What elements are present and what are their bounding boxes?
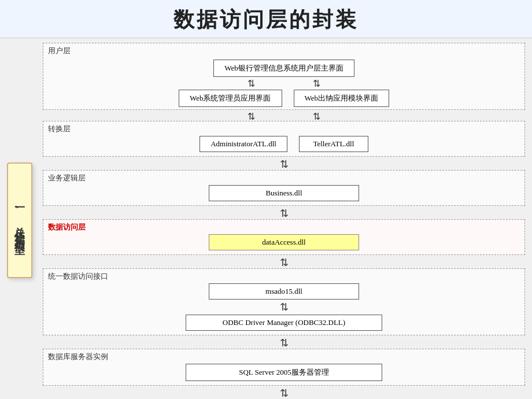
business-layer: 业务逻辑层 Business.dll xyxy=(43,170,525,206)
transform-layer: 转换层 AdministratorATL.dll TellerATL.dll xyxy=(43,121,525,157)
transform-business-arrow: ⇅ xyxy=(43,158,525,170)
sidebar: 一、总体架构模型 xyxy=(0,38,39,399)
transform-left-box: AdministratorATL.dll xyxy=(200,136,287,152)
user-layer-label: 用户层 xyxy=(48,46,520,56)
transform-layer-label: 转换层 xyxy=(48,124,520,134)
user-layer-content: Web银行管理信息系统用户层主界面 ⇅ ⇅ Web系统管理员应用界面 Web出纳… xyxy=(48,58,520,107)
access-unified-arrow: ⇅ xyxy=(43,257,525,268)
unified-dbserver-arrow: ⇅ xyxy=(43,337,525,349)
user-right-box: Web出纳应用模块界面 xyxy=(294,90,390,107)
diagram-area: 用户层 Web银行管理信息系统用户层主界面 ⇅ ⇅ Web系统管理员应用界面 W… xyxy=(39,38,532,399)
user-top-row: Web银行管理信息系统用户层主界面 xyxy=(213,60,354,77)
user-transform-arrows: ⇅ ⇅ xyxy=(43,112,525,121)
user-split-arrows: ⇅ ⇅ xyxy=(247,79,320,88)
business-layer-label: 业务逻辑层 xyxy=(48,173,520,183)
data-access-box-row: dataAccess.dll xyxy=(48,234,520,250)
dbserver-database-arrow: ⇅ xyxy=(43,387,525,399)
user-layer: 用户层 Web银行管理信息系统用户层主界面 ⇅ ⇅ Web系统管理员应用界面 W… xyxy=(43,43,525,110)
unified-bottom-box: ODBC Driver Manager (ODBC32.DLL) xyxy=(186,315,382,331)
unified-layer: 统一数据访问接口 msado15.dll ⇅ ODBC Driver Manag… xyxy=(43,268,525,335)
data-access-box: dataAccess.dll xyxy=(209,234,359,250)
unified-layer-label: 统一数据访问接口 xyxy=(48,271,520,282)
unified-top-box: msado15.dll xyxy=(209,283,359,300)
transform-right-box: TellerATL.dll xyxy=(299,136,368,152)
business-access-arrow: ⇅ xyxy=(43,208,525,219)
unified-inner-arrow: ⇅ xyxy=(48,301,520,313)
business-box: Business.dll xyxy=(209,185,359,201)
data-access-layer: 数据访问层 dataAccess.dll xyxy=(43,219,525,255)
db-server-label: 数据库服务器实例 xyxy=(48,352,520,362)
user-bottom-row: Web系统管理员应用界面 Web出纳应用模块界面 xyxy=(179,90,389,107)
sidebar-card: 一、总体架构模型 xyxy=(7,162,32,278)
db-server-layer: 数据库服务器实例 SQL Server 2005服务器管理 xyxy=(43,349,525,386)
sidebar-label: 一、总体架构模型 xyxy=(13,201,27,239)
unified-top-row: msado15.dll xyxy=(48,283,520,300)
db-server-box: SQL Server 2005服务器管理 xyxy=(186,364,382,381)
db-server-box-row: SQL Server 2005服务器管理 xyxy=(48,364,520,381)
data-access-layer-label: 数据访问层 xyxy=(48,222,520,232)
transform-boxes-row: AdministratorATL.dll TellerATL.dll xyxy=(48,136,520,152)
business-box-row: Business.dll xyxy=(48,185,520,201)
title-area: 数据访问层的封装 xyxy=(0,0,532,38)
unified-bottom-row: ODBC Driver Manager (ODBC32.DLL) xyxy=(48,315,520,331)
user-top-box: Web银行管理信息系统用户层主界面 xyxy=(213,60,354,77)
user-left-box: Web系统管理员应用界面 xyxy=(179,90,282,107)
page-title: 数据访问层的封装 xyxy=(173,8,359,31)
